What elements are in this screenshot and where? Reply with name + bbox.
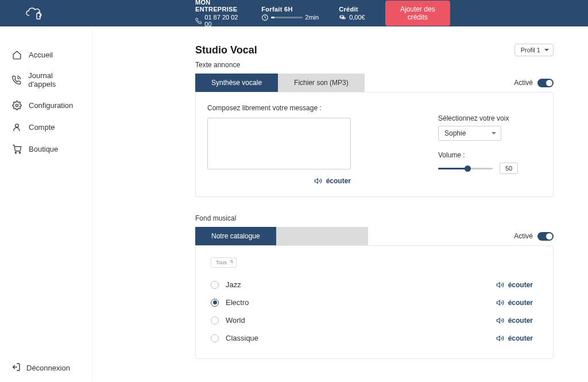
header-plan-block: Forfait 6H 2min: [261, 6, 319, 21]
music-panel: Tous JazzécouterElectroécouterWorldécout…: [195, 245, 554, 359]
listen-label: écouter: [508, 299, 533, 307]
tab-synthesis[interactable]: Synthèse vocale: [195, 74, 278, 92]
announcement-listen-button[interactable]: écouter: [207, 177, 351, 185]
music-section-label: Fond musical: [195, 214, 554, 222]
speaker-icon: [314, 177, 323, 185]
tab-sound-file[interactable]: Fichier son (MP3): [278, 74, 365, 92]
announcement-section-label: Texte annonce: [195, 61, 554, 69]
credit-value: 0,00€: [349, 14, 365, 21]
genre-row: Worldécouter: [207, 311, 533, 329]
main-content: Studio Vocal Profil 1 Texte annonce Synt…: [92, 26, 588, 382]
logout-link[interactable]: Déconnexion: [0, 354, 92, 382]
sidebar: Accueil Journal d'appels Configuration C…: [0, 26, 92, 382]
sidebar-item-account[interactable]: Compte: [0, 116, 92, 138]
volume-value: 50: [500, 163, 518, 174]
svg-point-7: [15, 152, 16, 153]
phone-icon: [195, 17, 202, 25]
volume-label: Volume :: [438, 151, 541, 159]
compose-label: Composez librement votre message :: [207, 104, 421, 112]
logout-icon: [11, 362, 21, 373]
speaker-icon: [496, 334, 505, 342]
svg-marker-11: [497, 282, 500, 287]
sidebar-item-home[interactable]: Accueil: [0, 44, 92, 65]
svg-marker-10: [315, 179, 318, 183]
tab-catalog[interactable]: Notre catalogue: [195, 227, 276, 245]
announcement-panel: Composez librement votre message : écout…: [195, 92, 554, 197]
genre-radio[interactable]: [211, 334, 219, 342]
company-phone: 01 87 20 02 00: [204, 14, 241, 28]
cart-icon: [11, 144, 22, 154]
genre-radio[interactable]: [211, 317, 219, 325]
genre-list: JazzécouterElectroécouterWorldécouterCla…: [207, 276, 533, 347]
sidebar-item-call-log[interactable]: Journal d'appels: [0, 65, 92, 94]
header-company-block: MON ENTREPRISE 01 87 20 02 00: [195, 0, 241, 28]
genre-name: Classique: [226, 334, 258, 342]
message-textarea[interactable]: [207, 118, 351, 169]
plan-progress: [271, 17, 303, 18]
genre-row: Jazzécouter: [207, 276, 533, 294]
profile-select[interactable]: Profil 1: [514, 44, 554, 56]
listen-label: écouter: [326, 177, 351, 185]
svg-marker-14: [497, 335, 500, 340]
genre-row: Classiqueécouter: [207, 329, 533, 347]
voice-selected-value: Sophie: [444, 129, 466, 137]
clock-icon: [261, 14, 269, 21]
header-credit-block: Crédit 0,00€: [339, 6, 365, 21]
sidebar-item-label: Journal d'appels: [28, 71, 80, 88]
genre-radio[interactable]: [211, 281, 219, 289]
genre-name: Electro: [226, 298, 249, 307]
svg-marker-12: [497, 300, 500, 304]
logo: [23, 5, 46, 22]
user-icon: [11, 122, 22, 132]
listen-label: écouter: [508, 281, 533, 289]
add-credits-button[interactable]: Ajouter des crédits: [385, 1, 450, 26]
svg-point-8: [19, 152, 20, 153]
sidebar-item-label: Compte: [29, 123, 55, 132]
speaker-icon: [496, 281, 505, 289]
logout-label: Déconnexion: [26, 364, 70, 372]
sidebar-item-configuration[interactable]: Configuration: [0, 94, 92, 116]
sidebar-item-label: Boutique: [29, 145, 58, 153]
header: MON ENTREPRISE 01 87 20 02 00 Forfait 6H…: [0, 0, 588, 26]
svg-rect-0: [37, 13, 40, 19]
voice-select[interactable]: Sophie: [438, 126, 501, 141]
svg-point-5: [16, 104, 18, 106]
svg-point-3: [340, 15, 344, 17]
genre-listen-button[interactable]: écouter: [496, 317, 533, 325]
coins-icon: [339, 14, 346, 21]
phone-ring-icon: [11, 75, 21, 85]
music-toggle-label: Activé: [514, 232, 533, 240]
credit-label: Crédit: [339, 6, 365, 13]
page-title: Studio Vocal: [195, 44, 257, 56]
genre-name: World: [226, 316, 245, 325]
sidebar-item-label: Configuration: [29, 101, 73, 110]
tab-catalog-alt[interactable]: [276, 227, 368, 245]
speaker-icon: [496, 317, 505, 325]
genre-row: Electroécouter: [207, 294, 533, 311]
gear-icon: [11, 100, 22, 110]
svg-point-6: [15, 124, 18, 127]
genre-listen-button[interactable]: écouter: [496, 299, 533, 307]
genre-listen-button[interactable]: écouter: [496, 281, 533, 289]
genre-filter-value: Tous: [216, 260, 227, 265]
home-icon: [11, 49, 22, 60]
company-name: MON ENTREPRISE: [195, 0, 241, 13]
genre-name: Jazz: [226, 280, 241, 289]
speaker-icon: [496, 299, 505, 307]
svg-marker-13: [497, 318, 500, 322]
announcement-toggle-label: Activé: [514, 79, 533, 87]
listen-label: écouter: [508, 334, 533, 342]
plan-label: Forfait 6H: [261, 6, 319, 13]
genre-radio[interactable]: [211, 299, 219, 307]
profile-selected-value: Profil 1: [521, 47, 540, 53]
genre-filter-select[interactable]: Tous: [211, 257, 237, 268]
genre-listen-button[interactable]: écouter: [496, 334, 533, 342]
volume-slider[interactable]: [438, 168, 493, 169]
listen-label: écouter: [508, 317, 533, 325]
plan-remaining: 2min: [305, 14, 319, 21]
voice-label: Sélectionnez votre voix: [438, 114, 541, 122]
sidebar-item-shop[interactable]: Boutique: [0, 138, 92, 160]
announcement-toggle[interactable]: [537, 79, 554, 87]
music-toggle[interactable]: [537, 232, 554, 241]
sidebar-item-label: Accueil: [29, 51, 53, 59]
